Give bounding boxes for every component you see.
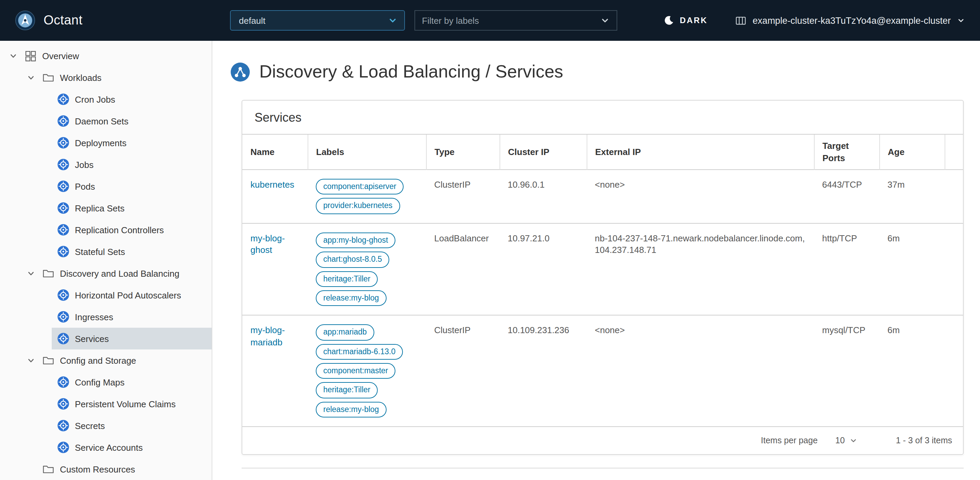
expander-chevron-icon[interactable]	[26, 73, 35, 82]
page-title: Discovery & Load Balancing / Services	[230, 61, 980, 82]
resource-icon	[57, 246, 69, 258]
resource-icon	[57, 224, 69, 236]
table-header-row: NameLabelsTypeCluster IPExternal IPTarge…	[242, 135, 963, 170]
sidebar-item-pods[interactable]: Pods	[52, 176, 212, 197]
resource-icon	[57, 441, 69, 453]
items-per-page-select[interactable]: 10	[835, 436, 858, 445]
table-row: kubernetescomponent:apiserverprovider:ku…	[242, 170, 963, 223]
service-name-link[interactable]: kubernetes	[250, 179, 294, 190]
next-card-top-edge	[242, 468, 964, 469]
label-pill[interactable]: heritage:Tiller	[316, 271, 378, 287]
service-name-link[interactable]: my-blog-ghost	[250, 233, 285, 255]
sidebar-item-label: Config and Storage	[60, 355, 136, 366]
label-pill[interactable]: heritage:Tiller	[316, 382, 378, 398]
theme-toggle-label: DARK	[680, 16, 708, 25]
sidebar-item-label: Ingresses	[75, 312, 113, 322]
main-content: Discovery & Load Balancing / Services Se…	[212, 41, 980, 480]
label-pill[interactable]: component:master	[316, 363, 396, 379]
folder-icon	[42, 71, 54, 84]
sidebar-item-service-accounts[interactable]: Service Accounts	[52, 437, 212, 458]
sidebar-item-label: Stateful Sets	[75, 246, 125, 257]
expander-chevron-icon[interactable]	[8, 51, 18, 60]
folder-icon	[42, 267, 54, 279]
label-filter	[414, 10, 617, 31]
page-title-text: Discovery & Load Balancing / Services	[259, 61, 563, 82]
table-row: my-blog-mariadbapp:mariadbchart:mariadb-…	[242, 315, 963, 427]
sidebar-item-persistent-volume-claims[interactable]: Persistent Volume Claims	[52, 393, 212, 415]
sidebar-item-secrets[interactable]: Secrets	[52, 415, 212, 437]
services-table: NameLabelsTypeCluster IPExternal IPTarge…	[242, 135, 963, 426]
sidebar-item-horizontal-pod-autoscalers[interactable]: Horizontal Pod Autoscalers	[52, 284, 212, 306]
sidebar-item-label: Discovery and Load Balancing	[60, 268, 179, 279]
items-per-page-value: 10	[835, 436, 845, 445]
name-cell: my-blog-ghost	[242, 223, 308, 315]
cluster-context-selector[interactable]: example-cluster-ka3TuTzYo4a@example-clus…	[735, 14, 965, 26]
sidebar-item-stateful-sets[interactable]: Stateful Sets	[52, 241, 212, 263]
name-cell: my-blog-mariadb	[242, 315, 308, 427]
sidebar-item-daemon-sets[interactable]: Daemon Sets	[52, 110, 212, 132]
app-header: Octant default DARK	[0, 0, 980, 41]
chevron-down-icon	[850, 437, 858, 445]
octant-logo-icon	[15, 10, 35, 31]
target-ports-cell: http/TCP	[814, 223, 879, 315]
age-cell: 6m	[879, 223, 945, 315]
resource-icon	[57, 311, 69, 323]
sidebar-item-replica-sets[interactable]: Replica Sets	[52, 197, 212, 219]
sidebar-item-discovery-and-load-balancing[interactable]: Discovery and Load Balancing	[0, 263, 212, 284]
type-cell: ClusterIP	[426, 170, 500, 223]
service-name-link[interactable]: my-blog-mariadb	[250, 325, 285, 347]
sidebar-item-ingresses[interactable]: Ingresses	[52, 306, 212, 328]
app-title: Octant	[43, 13, 82, 28]
sidebar-item-overview[interactable]: Overview	[0, 45, 212, 67]
label-pill[interactable]: chart:ghost-8.0.5	[316, 252, 390, 268]
label-pill[interactable]: release:my-blog	[316, 402, 387, 418]
chevron-down-icon[interactable]	[600, 16, 610, 25]
column-header-target-ports: Target Ports	[814, 135, 879, 170]
spacer-cell	[945, 223, 963, 315]
namespace-selector[interactable]: default	[230, 10, 405, 31]
sidebar-item-config-maps[interactable]: Config Maps	[52, 371, 212, 393]
pagination-range-label: 1 - 3 of 3 items	[896, 436, 952, 445]
external-ip-cell: <none>	[587, 315, 814, 427]
sidebar-item-services[interactable]: Services	[52, 328, 212, 350]
sidebar-item-jobs[interactable]: Jobs	[52, 154, 212, 176]
resource-icon	[57, 376, 69, 388]
sidebar-item-label: Horizontal Pod Autoscalers	[75, 290, 181, 300]
body-row: OverviewWorkloadsCron JobsDaemon SetsDep…	[0, 41, 980, 480]
labels-cell: app:mariadbchart:mariadb-6.13.0component…	[308, 315, 426, 427]
name-cell: kubernetes	[242, 170, 308, 223]
sidebar-item-cron-jobs[interactable]: Cron Jobs	[52, 89, 212, 110]
label-pill[interactable]: component:apiserver	[316, 179, 404, 195]
label-filter-input[interactable]	[422, 15, 600, 25]
label-pill-group: app:my-blog-ghostchart:ghost-8.0.5herita…	[316, 233, 418, 306]
column-header-age: Age	[879, 135, 945, 170]
cluster-ip-cell: 10.109.231.236	[500, 315, 587, 427]
chevron-down-icon	[957, 16, 965, 24]
sidebar-item-config-and-storage[interactable]: Config and Storage	[0, 350, 212, 371]
sidebar-item-custom-resources[interactable]: Custom Resources	[0, 458, 212, 480]
sidebar: OverviewWorkloadsCron JobsDaemon SetsDep…	[0, 41, 212, 480]
sidebar-item-deployments[interactable]: Deployments	[52, 132, 212, 154]
label-pill[interactable]: app:mariadb	[316, 325, 374, 341]
expander-chevron-icon[interactable]	[26, 269, 35, 278]
label-pill[interactable]: release:my-blog	[316, 290, 387, 306]
sidebar-item-workloads[interactable]: Workloads	[0, 67, 212, 89]
resource-icon	[57, 115, 69, 127]
expander-chevron-icon[interactable]	[26, 356, 35, 365]
column-header-external-ip: External IP	[587, 135, 814, 170]
type-cell: ClusterIP	[426, 315, 500, 427]
label-pill[interactable]: app:my-blog-ghost	[316, 233, 396, 249]
sidebar-item-label: Config Maps	[75, 377, 124, 387]
label-pill[interactable]: chart:mariadb-6.13.0	[316, 344, 403, 360]
column-header-labels: Labels	[308, 135, 426, 170]
sidebar-item-replication-controllers[interactable]: Replication Controllers	[52, 219, 212, 241]
age-cell: 6m	[879, 315, 945, 427]
sidebar-item-label: Service Accounts	[75, 442, 143, 453]
label-pill[interactable]: provider:kubernetes	[316, 198, 400, 214]
resource-icon	[57, 420, 69, 432]
sidebar-item-label: Workloads	[60, 73, 102, 82]
sidebar-item-label: Services	[75, 333, 109, 344]
resource-icon	[57, 333, 69, 345]
theme-toggle-button[interactable]: DARK	[663, 15, 708, 26]
table-row: my-blog-ghostapp:my-blog-ghostchart:ghos…	[242, 223, 963, 315]
